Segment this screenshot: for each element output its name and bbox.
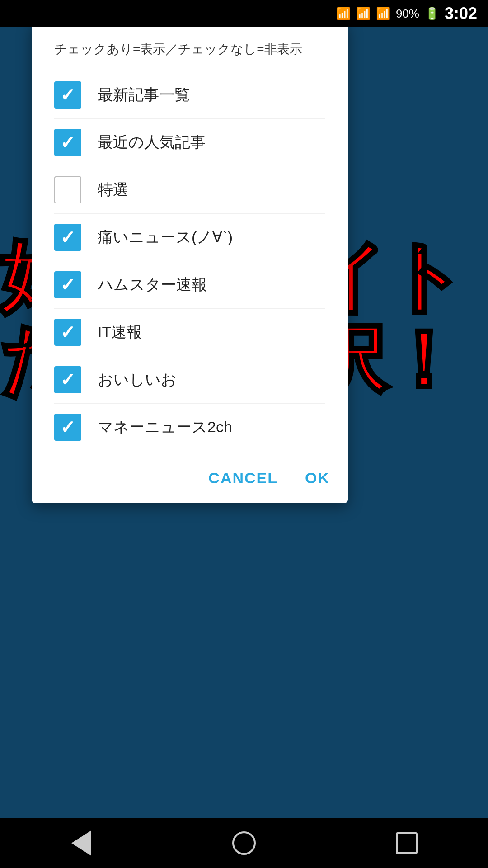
checkbox-item-4[interactable]: ハムスター速報 <box>54 261 325 309</box>
checkbox-label-6: おいしいお <box>98 369 177 390</box>
checkbox-item-1[interactable]: 最近の人気記事 <box>54 119 325 166</box>
checkbox-label-1: 最近の人気記事 <box>98 132 206 153</box>
checkbox-item-6[interactable]: おいしいお <box>54 356 325 404</box>
checkbox-item-7[interactable]: マネーニュース2ch <box>54 404 325 451</box>
checkbox-box-6[interactable] <box>54 366 81 393</box>
battery-percent: 90% <box>396 7 419 21</box>
home-button[interactable] <box>226 825 262 861</box>
checkbox-item-5[interactable]: IT速報 <box>54 309 325 356</box>
checkbox-item-2[interactable]: 特選 <box>54 166 325 214</box>
checkbox-label-0: 最新記事一覧 <box>98 85 190 105</box>
checkbox-label-3: 痛いニュース(ノ∀`) <box>98 227 233 248</box>
checkbox-list: 最新記事一覧最近の人気記事特選痛いニュース(ノ∀`)ハムスター速報IT速報おいし… <box>54 71 325 451</box>
checkbox-label-5: IT速報 <box>98 322 142 343</box>
checkbox-label-2: 特選 <box>98 179 128 200</box>
recents-button[interactable] <box>389 825 425 861</box>
battery-icon: 🔋 <box>425 7 439 21</box>
checkbox-box-0[interactable] <box>54 81 81 108</box>
checkbox-box-7[interactable] <box>54 414 81 441</box>
checkbox-item-0[interactable]: 最新記事一覧 <box>54 71 325 119</box>
status-icons: 📶 📶 📶 90% 🔋 3:02 <box>336 4 477 23</box>
nav-bar <box>0 818 488 868</box>
back-icon <box>71 830 91 856</box>
ok-button[interactable]: OK <box>305 469 330 487</box>
dialog-footer: CANCEL OK <box>32 460 348 503</box>
dialog-hint: チェックあり=表示／チェックなし=非表示 <box>54 41 325 58</box>
checkbox-box-2[interactable] <box>54 176 81 203</box>
checkbox-box-3[interactable] <box>54 224 81 251</box>
home-icon <box>232 831 256 855</box>
wifi-icon: 📶 <box>376 7 390 21</box>
cancel-button[interactable]: CANCEL <box>208 469 278 487</box>
checkbox-box-5[interactable] <box>54 319 81 346</box>
signal-icon: 📶 <box>356 7 371 21</box>
checkbox-label-4: ハムスター速報 <box>98 274 207 295</box>
checkbox-item-3[interactable]: 痛いニュース(ノ∀`) <box>54 214 325 261</box>
status-bar: 📶 📶 📶 90% 🔋 3:02 <box>0 0 488 27</box>
recents-icon <box>396 832 418 854</box>
checkbox-label-7: マネーニュース2ch <box>98 417 232 438</box>
bluetooth-icon: 📶 <box>336 7 351 21</box>
dialog-body: チェックあり=表示／チェックなし=非表示 最新記事一覧最近の人気記事特選痛いニュ… <box>32 23 348 460</box>
back-button[interactable] <box>63 825 99 861</box>
status-time: 3:02 <box>445 4 477 23</box>
settings-dialog: チェックあり=表示／チェックなし=非表示 最新記事一覧最近の人気記事特選痛いニュ… <box>32 23 348 503</box>
checkbox-box-4[interactable] <box>54 271 81 298</box>
checkbox-box-1[interactable] <box>54 129 81 156</box>
